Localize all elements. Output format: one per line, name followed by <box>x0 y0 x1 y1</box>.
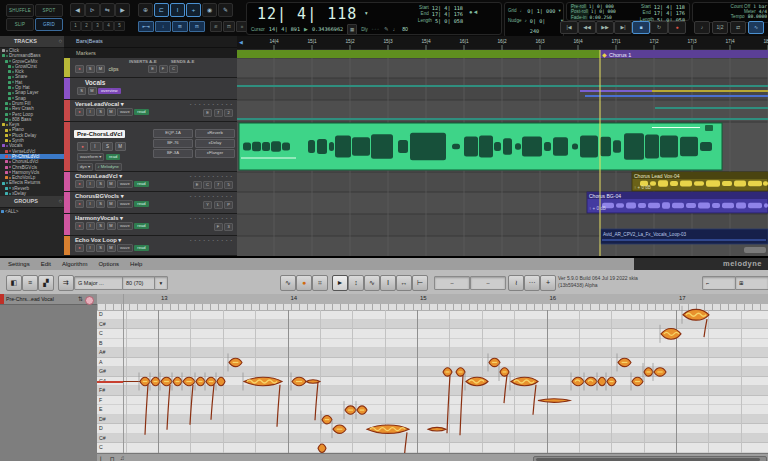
track-header-harmonyvocals[interactable]: HarmonyVocals ▾●ISMwaveread• • • • • • •… <box>64 214 237 236</box>
edit-mode-shuffle[interactable]: SHUFFLE <box>6 4 34 17</box>
track-name[interactable]: Vocals <box>71 78 237 86</box>
link-track-icon[interactable]: ⊡ <box>223 21 235 32</box>
solo-button[interactable]: S <box>86 65 95 73</box>
pitch-row-f[interactable]: F <box>97 396 768 406</box>
loop-play-button[interactable]: ↻ <box>650 21 668 34</box>
note-display-icon[interactable]: ♫ <box>120 455 125 461</box>
solo-button[interactable]: S <box>96 180 105 188</box>
pitch-row-d[interactable]: D# <box>97 415 768 425</box>
gear-icon[interactable]: ○ <box>58 196 62 207</box>
track-list-toggle-icon[interactable]: ≡ <box>22 275 38 291</box>
menu-help[interactable]: Help <box>130 261 142 267</box>
view-selector[interactable]: wave <box>117 222 133 230</box>
empty-select-2[interactable]: – <box>470 276 506 290</box>
automation-mode[interactable]: read <box>134 223 148 229</box>
correction-macro-icon[interactable]: ● <box>296 275 312 291</box>
edit-mode-grid[interactable]: GRID <box>35 18 63 31</box>
zoom-preset-4[interactable]: 4 <box>103 21 114 31</box>
solo-button[interactable]: S <box>96 222 105 230</box>
gear-icon[interactable]: ○ <box>58 36 62 47</box>
snap-icon[interactable]: ⋯ <box>524 275 540 291</box>
pitch-grid-field[interactable]: ⌐ <box>702 276 736 290</box>
automation-mode[interactable]: read <box>134 201 148 207</box>
trim-pencil-icon[interactable]: ⊳ <box>85 3 100 17</box>
record-button[interactable]: ● <box>77 142 88 151</box>
record-button[interactable]: ● <box>75 244 84 252</box>
zoom-preset-3[interactable]: 3 <box>92 21 103 31</box>
track-header-verseleadvocal[interactable]: VerseLeadVocal ▾●ISMwaveread• • • • • • … <box>64 100 237 122</box>
pencil-tool[interactable]: ✎ <box>218 3 233 17</box>
zoom-preset-2[interactable]: 2 <box>81 21 92 31</box>
insert-chip[interactable]: 7 <box>214 181 223 189</box>
mute-button[interactable]: M <box>107 244 116 252</box>
record-button[interactable]: ● <box>668 21 686 34</box>
tab-back-icon[interactable]: ◀ <box>70 3 85 17</box>
timeline-insertion-chip[interactable]: ▦ <box>347 24 357 35</box>
insert-chip[interactable]: E <box>193 181 202 189</box>
view-selector[interactable]: wave <box>117 244 133 252</box>
record-button[interactable]: ● <box>75 108 84 116</box>
formant-tool[interactable]: Ⅰ <box>380 275 396 291</box>
menu-algorithm[interactable]: Algorithm <box>62 261 87 267</box>
solo-button[interactable]: S <box>96 108 105 116</box>
blob-color-icon[interactable] <box>85 296 94 305</box>
track-name[interactable]: Pre-ChorsLdVcl <box>74 130 125 138</box>
melodyne-track-header[interactable]: Pre-Chrs...ead Vocal ⇅ <box>0 294 97 305</box>
midi-zoom-icon[interactable]: ⊟ <box>189 21 205 32</box>
mute-button[interactable]: M <box>107 222 116 230</box>
insert-chip[interactable]: E <box>148 65 157 73</box>
pitch-row-d[interactable]: D <box>97 310 768 320</box>
automation-mode[interactable]: read <box>106 154 120 160</box>
vibrato-tool[interactable]: ∿ <box>364 275 380 291</box>
grabber-tool[interactable]: + <box>186 3 201 17</box>
conductor-button[interactable]: ∿ <box>748 21 764 34</box>
input-button[interactable]: I <box>90 142 101 151</box>
empty-select-1[interactable]: – <box>434 276 470 290</box>
marker-lane-verse[interactable] <box>237 50 600 58</box>
magnet-icon[interactable]: ⊓ <box>110 455 115 461</box>
input-button[interactable]: I <box>86 108 95 116</box>
send-xflanger[interactable]: xFlanger <box>195 149 235 158</box>
overview-badge[interactable]: overview <box>98 88 121 94</box>
timing-tool[interactable]: ↔ <box>396 275 412 291</box>
fade-in-row[interactable]: Fade-in0:00.250 <box>570 15 632 20</box>
stop-button[interactable]: ■ <box>632 21 650 34</box>
return-to-zero-button[interactable]: |◀ <box>560 21 578 34</box>
track-header-echo-vox-loop[interactable]: Echo Vox Loop ▾●ISMwaveread• • • • • • •… <box>64 236 237 256</box>
mute-button[interactable]: M <box>96 65 105 73</box>
navigate-icon[interactable]: + <box>540 275 556 291</box>
send-xreverb[interactable]: xReverb <box>195 129 235 138</box>
corner-tool-icon[interactable]: ⌊ <box>100 455 102 461</box>
tab-forward-icon[interactable]: ▶ <box>115 3 130 17</box>
pitch-row-a[interactable]: A <box>97 358 768 368</box>
pitch-rows[interactable]: DC#CBA#AG#G4F#FED#DC#C <box>97 310 768 453</box>
playlist-selector[interactable]: dyn ▾ <box>77 163 93 171</box>
view-selector[interactable]: waveform ▾ <box>77 153 104 161</box>
mute-button[interactable]: M <box>115 142 126 151</box>
clip-editor-toggle-icon[interactable]: ◧ <box>6 275 22 291</box>
insert-chip[interactable]: C <box>203 181 212 189</box>
insert-chip[interactable]: F <box>159 65 168 73</box>
insert-chip[interactable]: P <box>224 201 233 209</box>
metronome-button[interactable]: ♪ <box>694 21 710 34</box>
pitch-row-c[interactable]: C# <box>97 434 768 444</box>
input-button[interactable]: I <box>86 200 95 208</box>
insert-bf-76[interactable]: BF-76 <box>153 139 193 148</box>
mute-button[interactable]: M <box>107 200 116 208</box>
count-in-button[interactable]: 1|2 <box>712 21 728 34</box>
send-xdelay[interactable]: xDelay <box>195 139 235 148</box>
insert-bf-3a[interactable]: BF-3A <box>153 149 193 158</box>
audio-zoom-icon[interactable]: ⊞ <box>172 21 188 32</box>
scrub-tool[interactable]: ◉ <box>202 3 217 17</box>
tempo-field[interactable]: 80 (70) <box>122 276 158 290</box>
nudge-row[interactable]: Nudge♪0| 0| 240▾ <box>505 16 563 26</box>
mute-button[interactable]: M <box>107 180 116 188</box>
input-button[interactable]: I <box>86 222 95 230</box>
menu-edit[interactable]: Edit <box>41 261 51 267</box>
tracks-header[interactable]: TRACKS ○ <box>0 36 64 48</box>
clip-loop-icon[interactable] <box>705 125 713 131</box>
pitch-row-g[interactable]: G# <box>97 367 768 377</box>
groups-header[interactable]: GROUPS ○ <box>0 196 64 208</box>
view-selector[interactable]: wave <box>117 200 133 208</box>
menu-options[interactable]: Options <box>98 261 119 267</box>
